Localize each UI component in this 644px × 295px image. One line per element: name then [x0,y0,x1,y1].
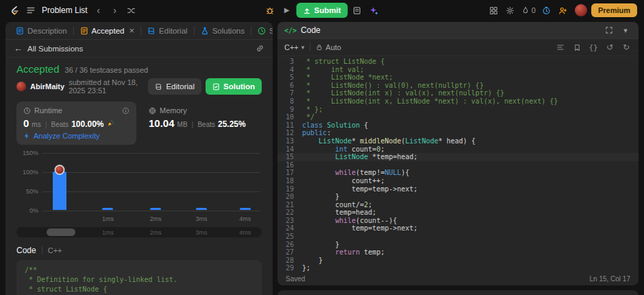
chart-plot[interactable] [42,153,260,211]
editor-line[interactable]: 23 while(count--){ [277,217,639,225]
editor-line[interactable]: 8 * ListNode(int x, ListNode *next) : va… [277,97,639,106]
editor-line[interactable]: 19 temp=temp->next; [277,185,639,193]
chart-range-slider[interactable]: 1ms2ms3ms4ms [16,227,262,237]
tab-accepted[interactable]: Accepted× [75,25,140,36]
tab-submissions[interactable]: Submissions [253,27,273,35]
editor-line[interactable]: 15 ListNode *temp=head; [277,153,639,161]
runtime-unit: ms [32,121,40,128]
slider-tick-label: 1ms [102,229,114,236]
collapse-panel-icon[interactable]: ▾ [619,24,632,36]
editor-line[interactable]: 16 [277,161,639,169]
all-submissions-link[interactable]: All Submissions [27,45,83,53]
testcases-passed: 36 / 36 testcases passed [65,66,149,74]
tab-description[interactable]: Description [11,27,72,35]
code-editor[interactable]: 3 * struct ListNode {4 * int val;5 * Lis… [277,56,639,272]
braces-icon[interactable]: {} [588,42,599,53]
premium-button[interactable]: Premium [591,3,637,17]
shuffle-icon[interactable] [124,3,139,18]
settings-gear-icon[interactable] [503,3,518,18]
editor-line[interactable]: 4 * int val; [277,66,639,74]
flame-icon [521,6,530,14]
line-content: public: [302,129,331,137]
runtime-bar[interactable] [196,208,207,210]
problem-list-link[interactable]: Problem List [42,5,88,15]
line-number: 26 [277,241,302,249]
tab-editorial[interactable]: Editorial [143,27,193,35]
submitter-avatar[interactable] [16,82,26,91]
prev-problem-icon[interactable]: ‹ [91,3,106,18]
close-tab-icon[interactable]: × [129,25,134,36]
next-problem-icon[interactable]: › [108,3,123,18]
editor-line[interactable]: 11class Solution { [277,121,639,130]
editor-line[interactable]: 13 ListNode* middleNode(ListNode* head) … [277,137,639,145]
auto-toggle[interactable]: Auto [316,43,341,51]
runtime-bar-highlight[interactable] [53,172,66,210]
line-content: * ListNode(int x, ListNode *next) : val(… [302,97,558,106]
line-content: ListNode* middleNode(ListNode* head) { [302,137,475,145]
editorial-button[interactable]: Editorial [148,78,201,95]
editor-line[interactable]: 7 * ListNode(int x) : val(x), next(nullp… [277,89,639,97]
meta-row: AbirMaity submitted at Nov 18, 2025 23:5… [16,78,262,95]
submitted-code-preview[interactable]: /** * Definition for singly-linked list.… [16,260,262,295]
tab-label: Editorial [159,27,188,35]
editor-line[interactable]: 21 count/=2; [277,201,639,209]
streak-counter[interactable]: 0 [519,6,538,14]
editor-title[interactable]: Code [301,25,321,35]
submit-button[interactable]: Submit [297,3,348,18]
user-plus-icon[interactable] [556,3,571,18]
editor-line[interactable]: 24 temp=temp->next; [277,224,639,233]
runtime-bar[interactable] [102,208,113,210]
editor-line[interactable]: 29}; [277,264,639,272]
editor-line[interactable]: 18 count++; [277,177,639,185]
run-icon[interactable]: ▶ [280,3,295,18]
line-content: count++; [302,177,384,185]
info-icon[interactable] [122,107,129,115]
problem-list-menu-icon[interactable] [23,3,38,18]
undo-icon[interactable]: ↺ [604,42,615,53]
timer-icon[interactable] [539,3,554,18]
editor-line[interactable]: 9 * }; [277,106,639,114]
runtime-card[interactable]: Runtime 0 ms | Beats 100.00% [16,102,136,145]
debug-icon[interactable] [262,3,277,18]
chart-y-tick-label: 100% [16,169,38,176]
reset-code-icon[interactable]: ↻ [621,42,632,53]
line-content: temp=temp->next; [302,185,418,193]
editor-line[interactable]: 26 } [277,241,639,249]
leetcode-logo[interactable] [7,3,22,18]
notes-icon[interactable] [349,3,364,18]
memory-card[interactable]: Memory 10.04 MB | Beats 25.25% [142,102,262,134]
editor-line[interactable]: 27 return temp; [277,248,639,257]
toolbar-divider [310,43,310,51]
line-number: 24 [277,224,302,233]
bookmark-icon[interactable] [571,42,582,53]
back-arrow-icon[interactable]: ← [14,43,23,54]
runtime-bar[interactable] [240,208,251,210]
solution-doc-icon [212,83,220,91]
editor-line[interactable]: 3 * struct ListNode { [277,58,639,66]
editor-line[interactable]: 14 int count=0; [277,145,639,154]
editor-line[interactable]: 6 * ListNode() : val(0), next(nullptr) {… [277,82,639,90]
slider-handle[interactable] [47,228,75,236]
editor-line[interactable]: 25 [277,233,639,241]
format-lines-icon[interactable] [555,42,566,53]
editor-line[interactable]: 5 * ListNode *next; [277,73,639,82]
tab-solutions[interactable]: Solutions [196,27,249,35]
language-selector[interactable]: C++ ▾ [284,43,304,51]
editor-line[interactable]: 22 temp=head; [277,209,639,217]
submitter-name[interactable]: AbirMaity [30,82,64,91]
user-avatar[interactable] [575,4,587,16]
editor-line[interactable]: 28 } [277,257,639,265]
runtime-bar[interactable] [150,208,161,210]
maximize-icon[interactable] [603,24,615,36]
analyze-complexity-link[interactable]: Analyze Complexity [23,132,129,140]
editor-line[interactable]: 17 while(temp!=NULL){ [277,169,639,177]
app-grid-icon[interactable] [486,3,501,18]
sparkle-icon[interactable] [367,3,382,18]
editor-line[interactable]: 10 */ [277,113,639,121]
solution-button[interactable]: Solution [206,78,262,95]
line-content: temp=head; [302,209,376,217]
editor-line[interactable]: 12public: [277,129,639,137]
copy-link-icon[interactable] [256,44,264,53]
editor-line[interactable]: 20 } [277,193,639,201]
line-content: }; [302,264,310,272]
